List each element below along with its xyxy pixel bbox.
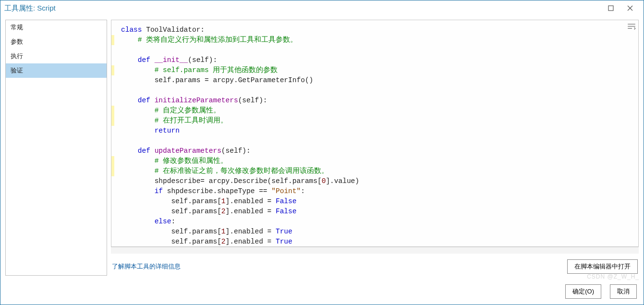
sidebar-item-0[interactable]: 常规 — [6, 20, 107, 35]
maximize-icon — [608, 5, 614, 11]
sidebar-item-2[interactable]: 执行 — [6, 49, 107, 63]
ok-button[interactable]: 确定(O) — [565, 284, 601, 299]
change-marker — [111, 35, 114, 45]
window-title: 工具属性: Script — [4, 4, 56, 13]
change-marker — [111, 116, 114, 126]
code-content[interactable]: class ToolValidator: # 类将自定义行为和属性添加到工具和工… — [111, 20, 638, 246]
cancel-button[interactable]: 取消 — [610, 284, 637, 299]
learn-more-link[interactable]: 了解脚本工具的详细信息 — [112, 262, 181, 271]
code-editor[interactable]: class ToolValidator: # 类将自定义行为和属性添加到工具和工… — [111, 20, 639, 247]
close-icon — [627, 5, 633, 11]
change-marker — [111, 166, 114, 176]
sidebar-item-3[interactable]: 验证 — [6, 63, 107, 78]
dialog-footer: 确定(O) 取消 — [0, 280, 644, 305]
title-bar: 工具属性: Script — [0, 0, 644, 16]
close-button[interactable] — [620, 1, 640, 15]
horizontal-scrollbar[interactable] — [111, 247, 639, 254]
svg-rect-0 — [608, 6, 613, 11]
change-marker — [111, 106, 114, 116]
open-in-editor-button[interactable]: 在脚本编辑器中打开 — [567, 259, 638, 274]
sidebar: 常规参数执行验证 — [5, 20, 107, 276]
change-marker — [111, 156, 114, 166]
change-marker — [111, 65, 114, 75]
sidebar-item-1[interactable]: 参数 — [6, 35, 107, 49]
word-wrap-icon[interactable] — [627, 22, 636, 31]
maximize-button[interactable] — [601, 1, 620, 15]
